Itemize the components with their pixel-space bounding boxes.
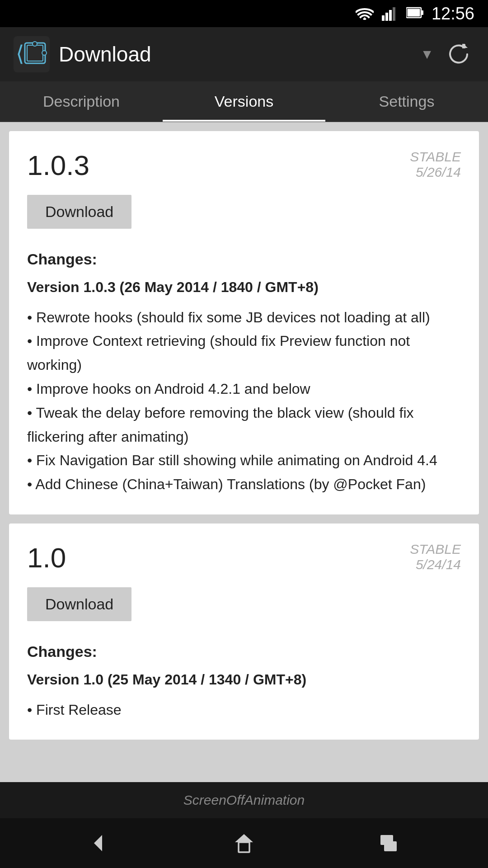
download-button-10[interactable]: Download <box>27 587 131 621</box>
app-icon: ⟨ <box>14 36 50 72</box>
battery-icon <box>406 6 423 21</box>
app-title: Download <box>59 42 420 66</box>
version-badge-103: STABLE 5/26/14 <box>410 149 461 180</box>
app-bar: ⟨ Download ▼ <box>0 27 488 81</box>
version-stable-10: STABLE <box>410 542 461 557</box>
status-time: 12:56 <box>432 4 474 24</box>
svg-rect-14 <box>239 842 249 852</box>
changes-section-10: Changes: Version 1.0 (25 May 2014 / 1340… <box>27 639 461 722</box>
changes-title-103: Changes: <box>27 247 461 271</box>
changes-subtitle-10: Version 1.0 (25 May 2014 / 1340 / GMT+8) <box>27 668 461 691</box>
tab-bar: Description Versions Settings <box>0 81 488 122</box>
main-content: 1.0.3 STABLE 5/26/14 Download Changes: V… <box>0 122 488 782</box>
svg-point-11 <box>33 42 37 46</box>
home-button[interactable] <box>221 825 267 861</box>
svg-point-12 <box>42 51 47 55</box>
version-card-10: 1.0 STABLE 5/24/14 Download Changes: Ver… <box>9 524 479 740</box>
svg-rect-3 <box>393 7 395 21</box>
version-number-103: 1.0.3 <box>27 149 89 181</box>
svg-rect-5 <box>421 10 423 15</box>
version-stable-103: STABLE <box>410 149 461 165</box>
tab-description[interactable]: Description <box>0 81 163 122</box>
status-bar: 12:56 <box>0 0 488 27</box>
signal-icon <box>382 5 398 23</box>
download-button-103[interactable]: Download <box>27 195 131 229</box>
changes-text-10: • First Release <box>27 698 461 722</box>
svg-rect-0 <box>382 15 385 21</box>
nav-bar <box>0 818 488 868</box>
changes-subtitle-103: Version 1.0.3 (26 May 2014 / 1840 / GMT+… <box>27 276 461 299</box>
footer-bar: ScreenOffAnimation <box>0 782 488 818</box>
status-icons: 12:56 <box>356 4 474 24</box>
svg-text:⟨: ⟨ <box>16 42 24 66</box>
changes-section-103: Changes: Version 1.0.3 (26 May 2014 / 18… <box>27 247 461 496</box>
recents-button[interactable] <box>366 825 411 861</box>
tab-settings[interactable]: Settings <box>325 81 488 122</box>
wifi-icon <box>356 5 374 22</box>
version-card-103: 1.0.3 STABLE 5/26/14 Download Changes: V… <box>9 131 479 514</box>
svg-rect-6 <box>407 9 420 17</box>
changes-title-10: Changes: <box>27 639 461 664</box>
version-header-10: 1.0 STABLE 5/24/14 <box>27 542 461 574</box>
version-badge-10: STABLE 5/24/14 <box>410 542 461 572</box>
dropdown-arrow-icon: ▼ <box>420 47 434 62</box>
version-date-10: 5/24/14 <box>410 557 461 572</box>
version-header-103: 1.0.3 STABLE 5/26/14 <box>27 149 461 181</box>
back-button[interactable] <box>77 825 122 861</box>
svg-rect-16 <box>384 841 397 851</box>
tab-versions[interactable]: Versions <box>163 81 325 122</box>
svg-rect-2 <box>389 10 392 21</box>
refresh-button[interactable] <box>443 38 474 70</box>
svg-rect-1 <box>385 13 388 21</box>
footer-app-name: ScreenOffAnimation <box>183 793 305 808</box>
version-number-10: 1.0 <box>27 542 66 574</box>
version-date-103: 5/26/14 <box>410 165 461 180</box>
changes-text-103: • Rewrote hooks (should fix some JB devi… <box>27 306 461 496</box>
